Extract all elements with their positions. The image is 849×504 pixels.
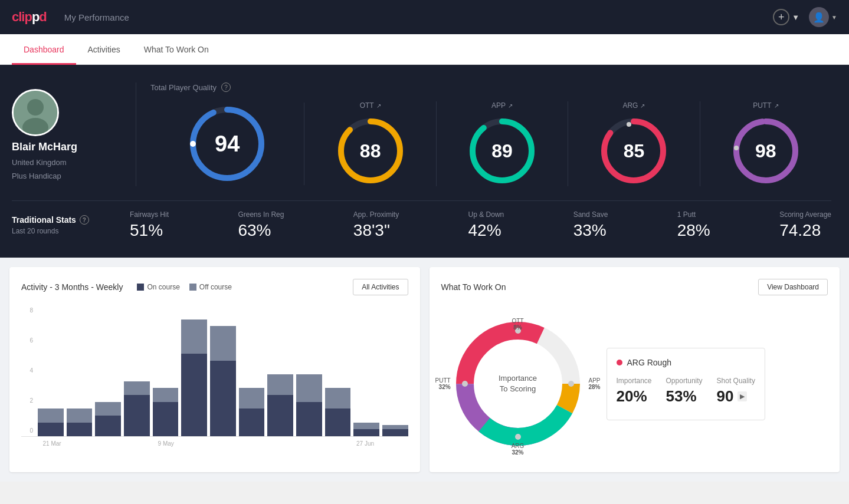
app-segment-label: APP28%	[588, 377, 600, 390]
stat-greens: Greens In Reg 63%	[238, 210, 284, 240]
app-score: 89	[491, 140, 513, 162]
svg-point-26	[462, 381, 468, 387]
bar-group	[95, 307, 121, 436]
header-title: My Performance	[64, 12, 773, 22]
player-info: Blair McHarg United Kingdom Plus Handica…	[12, 89, 136, 180]
x-label: 9 May	[152, 440, 180, 447]
bar-group	[181, 307, 207, 436]
bottom-panels: Activity - 3 Months - Weekly On course O…	[0, 258, 849, 482]
stat-proximity: App. Proximity 38'3"	[353, 210, 399, 240]
chart-legend: On course Off course	[137, 283, 232, 291]
arg-gauge: 85	[598, 116, 669, 186]
bar-on	[353, 429, 379, 436]
view-dashboard-button[interactable]: View Dashboard	[758, 279, 828, 295]
bar-group	[124, 307, 150, 436]
bar-off	[296, 374, 322, 402]
app-logo: clippd	[12, 9, 47, 25]
tab-what-to-work-on[interactable]: What To Work On	[132, 34, 221, 65]
svg-rect-17	[189, 284, 196, 291]
activity-title: Activity - 3 Months - Weekly	[21, 282, 123, 292]
trad-stats-grid: Fairways Hit 51% Greens In Reg 63% App. …	[130, 210, 831, 240]
stat-sandsave: Sand Save 33%	[573, 210, 608, 240]
bar-group	[239, 307, 265, 436]
x-label: 27 Jun	[351, 440, 379, 447]
tab-activities[interactable]: Activities	[76, 34, 132, 65]
work-on-title: What To Work On	[441, 282, 506, 292]
bar-off	[325, 388, 351, 409]
putt-gauge: 98	[730, 116, 801, 186]
trad-label: Traditional Stats ?	[12, 215, 130, 225]
bar-on	[296, 402, 322, 436]
quality-info-icon[interactable]: ?	[221, 83, 231, 92]
x-label	[379, 440, 408, 447]
bar-off	[124, 381, 150, 395]
trad-sub-label: Last 20 rounds	[12, 227, 130, 235]
bar-group	[210, 307, 236, 436]
player-handicap: Plus Handicap	[12, 172, 61, 180]
bar-off	[353, 423, 379, 430]
x-label: 21 Mar	[38, 440, 66, 447]
x-axis-labels: 21 Mar9 May27 Jun	[38, 440, 408, 447]
ott-gauge: 88	[335, 116, 406, 186]
player-country: United Kingdom	[12, 158, 67, 167]
bar-off	[153, 388, 179, 401]
all-activities-button[interactable]: All Activities	[353, 279, 408, 295]
bar-on	[38, 423, 64, 436]
quality-main: 94	[150, 103, 304, 185]
main-gauge: 94	[186, 103, 268, 185]
bar-off	[382, 425, 408, 429]
x-label	[323, 440, 351, 447]
bar-on	[382, 429, 408, 436]
bar-off	[239, 388, 265, 409]
card-shot-quality: Shot Quality 90 ▶	[717, 377, 755, 406]
bar-group	[325, 307, 351, 436]
add-button[interactable]: + ▼	[773, 9, 799, 25]
bar-group	[296, 307, 322, 436]
card-metrics: Importance 20% Opportunity 53% Shot Qual…	[617, 377, 755, 406]
activity-panel-header: Activity - 3 Months - Weekly On course O…	[21, 279, 408, 295]
svg-rect-16	[137, 284, 144, 291]
bar-off	[38, 409, 64, 422]
arg-label: ARG ↗	[622, 101, 645, 110]
player-avatar	[12, 89, 59, 136]
card-title: ARG Rough	[617, 358, 755, 367]
svg-point-25	[515, 434, 521, 440]
app-gauge: 89	[467, 116, 537, 186]
bar-group	[153, 307, 179, 436]
putt-label: PUTT ↗	[753, 101, 778, 110]
svg-point-24	[568, 381, 574, 387]
legend-off-course: Off course	[189, 283, 232, 291]
work-on-content: ImportanceTo Scoring OTT8% APP28% ARG32%…	[441, 307, 828, 460]
x-label	[294, 440, 322, 447]
bar-on	[181, 354, 207, 436]
quality-circles: 94 OTT ↗ 88	[150, 101, 831, 186]
app-header: clippd My Performance + ▼ 👤 ▼	[0, 0, 849, 34]
trad-info-icon[interactable]: ?	[80, 215, 89, 225]
bars-container	[38, 307, 408, 436]
quality-ott: OTT ↗ 88	[304, 101, 436, 186]
nav-tabs: Dashboard Activities What To Work On	[0, 34, 849, 65]
quality-arg: ARG ↗ 85	[568, 101, 700, 186]
bar-chart: 8 6 4 2 0	[21, 307, 408, 437]
bar-group	[353, 307, 379, 436]
x-label	[123, 440, 152, 447]
bar-off	[210, 326, 236, 360]
bar-group	[67, 307, 93, 436]
bar-off	[181, 319, 207, 354]
avatar-chevron-icon: ▼	[831, 14, 837, 21]
stat-fairways: Fairways Hit 51%	[130, 210, 169, 240]
bar-off	[67, 409, 93, 422]
traditional-stats: Traditional Stats ? Last 20 rounds Fairw…	[12, 200, 831, 240]
tab-dashboard[interactable]: Dashboard	[12, 34, 76, 65]
user-avatar: 👤	[809, 7, 829, 27]
bar-on	[124, 395, 150, 436]
performance-section: Blair McHarg United Kingdom Plus Handica…	[0, 65, 849, 258]
work-on-header: What To Work On View Dashboard	[441, 279, 828, 295]
avatar-button[interactable]: 👤 ▼	[809, 7, 837, 27]
bar-off	[95, 402, 121, 416]
bar-on	[153, 402, 179, 436]
bar-group	[267, 307, 293, 436]
legend-on-course: On course	[137, 283, 179, 291]
ott-score: 88	[360, 140, 381, 162]
quality-section: Total Player Quality ? 94	[136, 83, 831, 186]
